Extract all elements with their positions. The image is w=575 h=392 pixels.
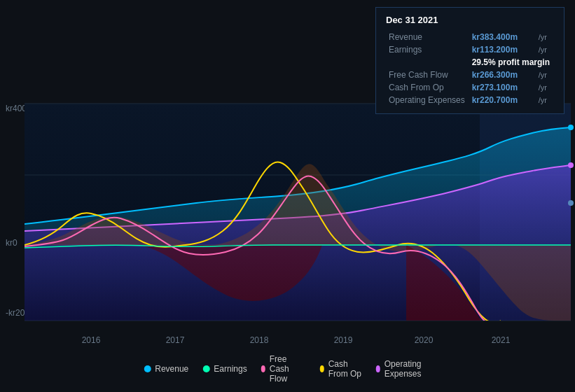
legend-opex[interactable]: Operating Expenses (376, 359, 431, 379)
tooltip-label-fcf: Free Cash Flow (386, 69, 469, 81)
tooltip-value-earnings: kr113.200m (469, 43, 536, 56)
tooltip-row-fcf: Free Cash Flow kr266.300m /yr (386, 69, 554, 81)
legend-label-fcf: Free Cash Flow (270, 354, 306, 384)
tooltip-unit-earnings: /yr (536, 43, 554, 56)
tooltip-label-earnings: Earnings (386, 43, 469, 56)
tooltip-unit-cashfromop: /yr (536, 81, 554, 94)
tooltip-panel: Dec 31 2021 Revenue kr383.400m /yr Earni… (375, 7, 564, 114)
x-label-2017: 2017 (166, 335, 185, 345)
x-label-2018: 2018 (250, 335, 269, 345)
legend-label-cashfromop: Cash From Op (328, 359, 362, 379)
legend-label-revenue: Revenue (155, 364, 188, 374)
tooltip-value-cashfromop: kr273.100m (469, 81, 536, 94)
legend-earnings[interactable]: Earnings (202, 364, 247, 374)
chart-legend: Revenue Earnings Free Cash Flow Cash Fro… (144, 354, 431, 384)
chart-container: Dec 31 2021 Revenue kr383.400m /yr Earni… (0, 0, 575, 392)
legend-dot-earnings (202, 365, 209, 372)
tooltip-label-opex: Operating Expenses (386, 94, 469, 106)
tooltip-unit-fcf: /yr (536, 69, 554, 81)
revenue-indicator (568, 125, 574, 130)
legend-dot-revenue (144, 365, 151, 372)
legend-dot-cashfromop (320, 365, 324, 372)
tooltip-row-revenue: Revenue kr383.400m /yr (386, 31, 554, 43)
tooltip-unit-revenue: /yr (536, 31, 554, 43)
tooltip-label-revenue: Revenue (386, 31, 469, 43)
x-label-2020: 2020 (415, 335, 434, 345)
legend-label-opex: Operating Expenses (385, 359, 431, 379)
legend-cashfromop[interactable]: Cash From Op (320, 359, 362, 379)
tooltip-profit-margin: 29.5% profit margin (469, 56, 554, 69)
tooltip-row-margin: 29.5% profit margin (386, 56, 554, 69)
tooltip-value-fcf: kr266.300m (469, 69, 536, 81)
legend-revenue[interactable]: Revenue (144, 364, 188, 374)
legend-label-earnings: Earnings (214, 364, 247, 374)
x-label-2019: 2019 (334, 335, 353, 345)
legend-dot-fcf (261, 365, 265, 372)
legend-dot-opex (376, 365, 380, 372)
tooltip-label-margin (386, 56, 469, 69)
tooltip-value-revenue: kr383.400m (469, 31, 536, 43)
tooltip-table: Revenue kr383.400m /yr Earnings kr113.20… (386, 31, 554, 106)
tooltip-row-opex: Operating Expenses kr220.700m /yr (386, 94, 554, 106)
tooltip-row-earnings: Earnings kr113.200m /yr (386, 43, 554, 56)
tooltip-label-cashfromop: Cash From Op (386, 81, 469, 94)
legend-fcf[interactable]: Free Cash Flow (261, 354, 306, 384)
tooltip-unit-opex: /yr (536, 94, 554, 106)
x-label-2021: 2021 (492, 335, 511, 345)
tooltip-row-cashfromop: Cash From Op kr273.100m /yr (386, 81, 554, 94)
tooltip-date: Dec 31 2021 (386, 15, 554, 25)
x-label-2016: 2016 (82, 335, 101, 345)
tooltip-value-opex: kr220.700m (469, 94, 536, 106)
opex-indicator (568, 162, 574, 168)
extra-indicator (568, 200, 574, 206)
